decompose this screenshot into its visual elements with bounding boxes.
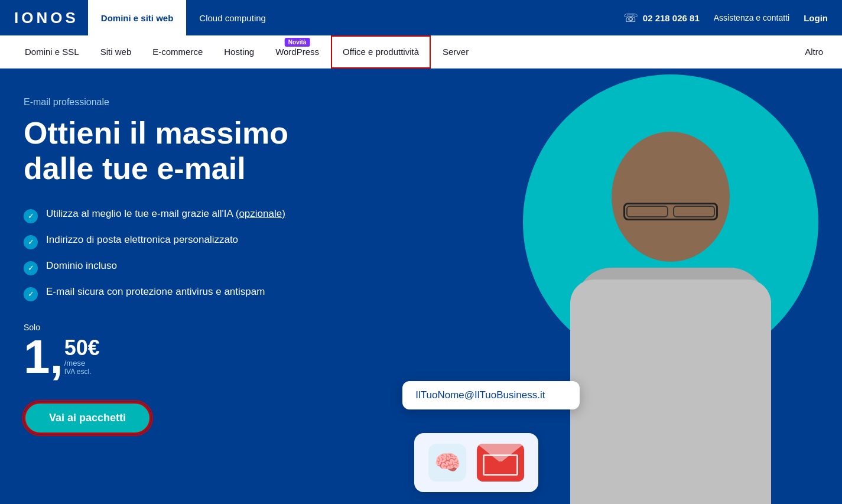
price-vat: IVA escl. — [64, 368, 100, 376]
phone-icon: ☏ — [623, 11, 638, 25]
price-row: 1, 50€ /mese IVA escl. — [24, 333, 355, 381]
price-period: /mese — [64, 359, 100, 368]
hero-title: Ottieni il massimo dalle tue e-mail — [24, 116, 355, 187]
top-nav-tabs: Domini e siti web Cloud computing — [88, 0, 279, 35]
sec-nav-hosting[interactable]: Hosting — [213, 35, 265, 68]
hero-circle — [523, 74, 818, 370]
sec-nav-server[interactable]: Server — [432, 35, 479, 68]
feature-item-3: ✓ Dominio incluso — [24, 260, 355, 275]
sec-nav-siti-web[interactable]: Siti web — [90, 35, 142, 68]
price-integer: 1, — [24, 333, 63, 381]
mail-icon — [477, 444, 524, 482]
email-display: IlTuoNome@IlTuoBusiness.it — [415, 389, 545, 401]
feature-text-1: Utilizza al meglio le tue e-mail grazie … — [46, 208, 285, 220]
top-nav: IONOS Domini e siti web Cloud computing … — [0, 0, 842, 35]
sec-nav-wordpress[interactable]: Novità WordPress — [265, 35, 330, 68]
tab-cloud-computing[interactable]: Cloud computing — [186, 0, 279, 35]
price-decimal-area: 50€ /mese IVA escl. — [64, 337, 100, 381]
novita-badge: Novità — [285, 38, 310, 47]
hero-content: E-mail professionale Ottieni il massimo … — [0, 69, 378, 504]
check-icon-2: ✓ — [24, 235, 38, 249]
cta-button[interactable]: Vai ai pacchetti — [24, 402, 151, 434]
phone-number: 02 218 026 81 — [643, 13, 700, 23]
login-button[interactable]: Login — [804, 13, 828, 23]
price-decimal: 50€ — [64, 337, 100, 359]
check-icon-4: ✓ — [24, 287, 38, 301]
solo-label: Solo — [24, 323, 355, 332]
icons-card: 🧠 — [414, 433, 538, 492]
email-card: IlTuoNome@IlTuoBusiness.it — [402, 381, 580, 409]
tab-domini-siti[interactable]: Domini e siti web — [88, 0, 187, 35]
sec-nav-altro[interactable]: Altro — [800, 47, 828, 57]
person-image — [535, 90, 807, 504]
logo[interactable]: IONOS — [14, 9, 79, 27]
ai-brain-icon: 🧠 — [428, 444, 466, 482]
phone-area: ☏ 02 218 026 81 — [623, 11, 700, 25]
assist-link[interactable]: Assistenza e contatti — [714, 13, 789, 22]
pricing-area: Solo 1, 50€ /mese IVA escl. — [24, 323, 355, 381]
check-icon-3: ✓ — [24, 261, 38, 275]
sec-nav: Domini e SSL Siti web E-commerce Hosting… — [0, 35, 842, 69]
feature-list: ✓ Utilizza al meglio le tue e-mail grazi… — [24, 208, 355, 301]
hero-right: IlTuoNome@IlTuoBusiness.it 🧠 — [379, 69, 842, 504]
sec-nav-domini-ssl[interactable]: Domini e SSL — [14, 35, 90, 68]
top-nav-right: ☏ 02 218 026 81 Assistenza e contatti Lo… — [623, 11, 828, 25]
feature-item-1: ✓ Utilizza al meglio le tue e-mail grazi… — [24, 208, 355, 223]
sec-nav-ecommerce[interactable]: E-commerce — [142, 35, 213, 68]
optional-link[interactable]: (opzionale) — [236, 208, 285, 219]
hero-section: E-mail professionale Ottieni il massimo … — [0, 69, 842, 504]
hero-subtitle: E-mail professionale — [24, 97, 355, 108]
feature-item-4: ✓ E-mail sicura con protezione antivirus… — [24, 286, 355, 301]
sec-nav-office[interactable]: Office e produttività — [331, 35, 431, 69]
check-icon-1: ✓ — [24, 209, 38, 223]
feature-item-2: ✓ Indirizzo di posta elettronica persona… — [24, 234, 355, 249]
